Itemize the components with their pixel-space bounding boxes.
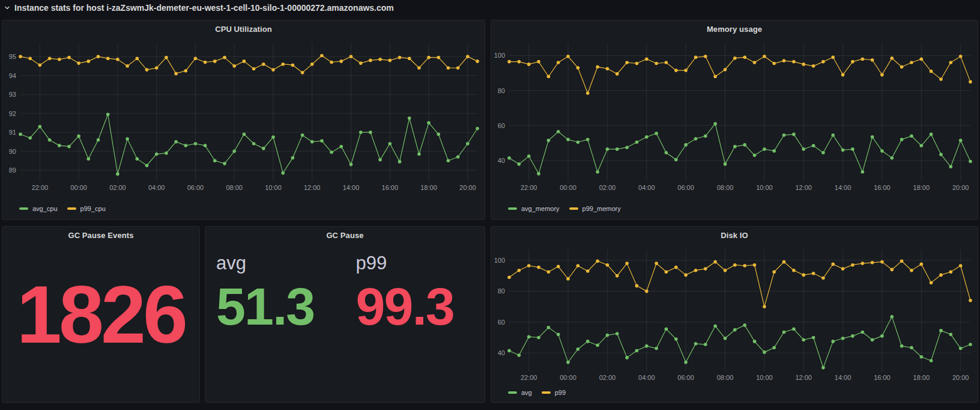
svg-text:60: 60 xyxy=(498,319,505,326)
svg-text:16:00: 16:00 xyxy=(874,374,891,381)
cpu-chart[interactable]: 22:0000:0002:0004:0006:0008:0010:0012:00… xyxy=(5,38,480,192)
panel-gc-pause: GC Pause avg 51.3 p99 99.3 xyxy=(205,226,485,403)
svg-text:10:00: 10:00 xyxy=(265,184,282,191)
disk-chart[interactable]: 22:0000:0002:0004:0006:0008:0010:0012:00… xyxy=(494,245,973,382)
svg-text:40: 40 xyxy=(498,157,505,164)
stat-value-p99: 99.3 xyxy=(356,280,485,333)
legend-item-avg_memory[interactable]: avg_memory xyxy=(508,205,560,212)
svg-text:06:00: 06:00 xyxy=(677,374,694,381)
svg-text:91: 91 xyxy=(9,129,16,136)
svg-text:12:00: 12:00 xyxy=(795,374,812,381)
svg-text:14:00: 14:00 xyxy=(343,184,360,191)
svg-text:08:00: 08:00 xyxy=(717,184,734,191)
gc-pause-events-value: 1826 xyxy=(2,235,199,394)
svg-text:14:00: 14:00 xyxy=(835,374,851,381)
svg-text:20:00: 20:00 xyxy=(952,374,969,381)
svg-text:10:00: 10:00 xyxy=(756,184,773,191)
svg-text:08:00: 08:00 xyxy=(226,184,243,191)
svg-text:12:00: 12:00 xyxy=(304,184,321,191)
svg-text:22:00: 22:00 xyxy=(521,374,537,381)
stat-value-avg: 51.3 xyxy=(216,280,345,333)
svg-text:40: 40 xyxy=(498,349,505,356)
svg-text:100: 100 xyxy=(494,257,505,264)
memory-chart[interactable]: 22:0000:0002:0004:0006:0008:0010:0012:00… xyxy=(494,38,973,192)
panel-cpu-utilization: CPU Utilization 22:0000:0002:0004:0006:0… xyxy=(2,20,485,220)
svg-text:16:00: 16:00 xyxy=(382,184,399,191)
legend-item-p99[interactable]: p99 xyxy=(542,389,566,396)
gc-pause-stats: avg 51.3 p99 99.3 xyxy=(205,243,485,402)
legend-swatch-icon xyxy=(542,391,551,394)
panel-gc-pause-events: GC Pause Events 1826 xyxy=(2,226,200,403)
legend-swatch-icon xyxy=(19,207,28,210)
legend-item-p99_memory[interactable]: p99_memory xyxy=(569,205,621,212)
svg-text:00:00: 00:00 xyxy=(70,184,87,191)
disk-legend: avgp99 xyxy=(508,389,566,396)
svg-text:18:00: 18:00 xyxy=(913,184,930,191)
legend-item-avg_cpu[interactable]: avg_cpu xyxy=(19,205,58,212)
svg-text:06:00: 06:00 xyxy=(677,184,694,191)
memory-legend: avg_memoryp99_memory xyxy=(508,205,621,212)
svg-text:92: 92 xyxy=(9,110,16,117)
stat-label-p99: p99 xyxy=(356,252,485,274)
svg-text:04:00: 04:00 xyxy=(638,184,655,191)
svg-text:20:00: 20:00 xyxy=(459,184,476,191)
svg-text:10:00: 10:00 xyxy=(756,374,773,381)
panel-title[interactable]: Memory usage xyxy=(491,20,978,37)
svg-text:02:00: 02:00 xyxy=(599,184,616,191)
svg-text:80: 80 xyxy=(498,287,505,295)
svg-text:95: 95 xyxy=(9,53,16,60)
svg-text:80: 80 xyxy=(498,87,505,94)
dashboard: Instance stats for host i-zaZswmJk-demet… xyxy=(0,0,980,410)
chart-plot[interactable]: 22:0000:0002:0004:0006:0008:0010:0012:00… xyxy=(494,38,973,192)
svg-text:12:00: 12:00 xyxy=(795,184,812,191)
chart-plot[interactable]: 22:0000:0002:0004:0006:0008:0010:0012:00… xyxy=(5,38,480,192)
legend-swatch-icon xyxy=(569,207,578,210)
svg-text:08:00: 08:00 xyxy=(717,374,734,381)
svg-text:22:00: 22:00 xyxy=(32,184,49,191)
svg-text:00:00: 00:00 xyxy=(560,374,576,381)
chevron-down-icon[interactable] xyxy=(4,5,10,11)
legend-swatch-icon xyxy=(508,207,517,210)
svg-text:04:00: 04:00 xyxy=(638,374,655,381)
svg-text:22:00: 22:00 xyxy=(521,184,537,191)
svg-text:14:00: 14:00 xyxy=(835,184,851,191)
svg-text:18:00: 18:00 xyxy=(913,374,930,381)
row-title[interactable]: Instance stats for host i-zaZswmJk-demet… xyxy=(14,3,394,13)
cpu-legend: avg_cpup99_cpu xyxy=(19,205,106,212)
legend-item-avg[interactable]: avg xyxy=(508,389,532,396)
gc-pause-p99-stat: p99 99.3 xyxy=(345,213,485,372)
panel-title[interactable]: CPU Utilization xyxy=(2,20,485,37)
panel-disk-io: Disk IO 22:0000:0002:0004:0006:0008:0010… xyxy=(491,226,978,403)
legend-item-p99_cpu[interactable]: p99_cpu xyxy=(67,205,106,212)
stat-label-avg: avg xyxy=(216,252,345,274)
legend-swatch-icon xyxy=(508,391,517,394)
svg-text:02:00: 02:00 xyxy=(599,374,616,381)
svg-text:89: 89 xyxy=(9,167,16,174)
dashboard-row-header[interactable]: Instance stats for host i-zaZswmJk-demet… xyxy=(0,0,394,16)
gc-pause-avg-stat: avg 51.3 xyxy=(205,213,345,372)
svg-text:93: 93 xyxy=(9,91,16,98)
panel-title[interactable]: Disk IO xyxy=(491,227,978,243)
svg-text:02:00: 02:00 xyxy=(109,184,126,191)
legend-swatch-icon xyxy=(67,207,76,210)
svg-text:20:00: 20:00 xyxy=(952,184,969,191)
svg-text:18:00: 18:00 xyxy=(420,184,437,191)
svg-text:90: 90 xyxy=(9,148,16,155)
svg-text:00:00: 00:00 xyxy=(560,184,576,191)
svg-text:94: 94 xyxy=(9,72,16,79)
svg-text:60: 60 xyxy=(498,122,505,129)
svg-text:16:00: 16:00 xyxy=(874,184,891,191)
svg-text:04:00: 04:00 xyxy=(148,184,165,191)
panel-memory-usage: Memory usage 22:0000:0002:0004:0006:0008… xyxy=(491,20,978,220)
svg-text:100: 100 xyxy=(494,52,505,59)
svg-text:06:00: 06:00 xyxy=(187,184,204,191)
chart-plot[interactable]: 22:0000:0002:0004:0006:0008:0010:0012:00… xyxy=(494,245,973,382)
